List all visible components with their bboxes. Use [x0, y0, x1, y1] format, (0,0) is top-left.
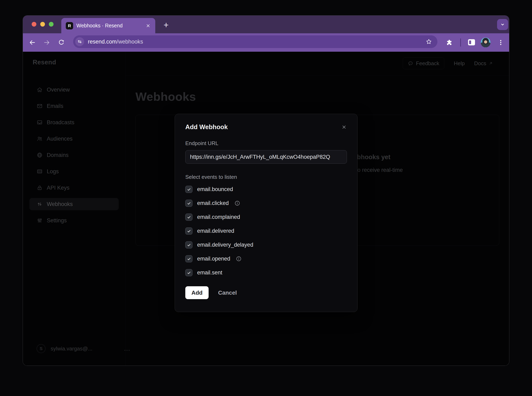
check-icon	[187, 243, 191, 247]
event-row: email.delivery_delayed	[185, 241, 347, 249]
browser-menu-icon[interactable]	[497, 39, 504, 46]
page-content: Resend OverviewEmailsBroadcastsAudiences…	[23, 52, 509, 366]
event-row: email.clicked	[185, 199, 347, 207]
tab-search-button[interactable]	[497, 19, 508, 30]
tune-icon	[77, 39, 82, 45]
event-checkbox[interactable]	[185, 241, 192, 249]
browser-tab[interactable]: R Webhooks · Resend	[61, 18, 155, 33]
info-icon[interactable]	[236, 256, 242, 262]
tab-strip: R Webhooks · Resend +	[23, 16, 509, 33]
check-icon	[187, 257, 191, 261]
add-button[interactable]: Add	[185, 286, 208, 299]
event-checkbox[interactable]	[185, 269, 192, 276]
tab-title: Webhooks · Resend	[76, 23, 142, 29]
endpoint-url-input[interactable]	[185, 150, 347, 164]
event-checkbox[interactable]	[185, 200, 192, 207]
browser-toolbar: resend.com/webhooks	[23, 33, 509, 52]
side-panel-icon[interactable]	[468, 39, 475, 45]
check-icon	[187, 271, 191, 275]
forward-icon[interactable]	[43, 39, 50, 46]
modal-title: Add Webhook	[185, 123, 228, 131]
cancel-button[interactable]: Cancel	[218, 290, 237, 296]
address-bar[interactable]: resend.com/webhooks	[73, 35, 437, 48]
toolbar-divider	[460, 38, 461, 47]
check-icon	[187, 187, 191, 192]
url-path: /webhooks	[117, 39, 143, 45]
back-icon[interactable]	[29, 39, 36, 46]
event-row: email.delivered	[185, 227, 347, 235]
minimize-window-button[interactable]	[40, 22, 45, 27]
zoom-window-button[interactable]	[49, 22, 53, 27]
browser-window: R Webhooks · Resend + resend.com/webhook…	[23, 15, 509, 366]
event-label: email.opened	[197, 256, 230, 262]
select-events-label: Select events to listen	[185, 174, 347, 180]
event-label: email.delivered	[197, 228, 234, 234]
check-icon	[187, 229, 191, 233]
event-label: email.bounced	[197, 186, 233, 192]
tab-favicon: R	[66, 22, 73, 29]
event-checkbox[interactable]	[185, 255, 192, 262]
check-icon	[187, 201, 191, 206]
check-icon	[187, 215, 191, 220]
close-window-button[interactable]	[32, 22, 36, 27]
chevron-down-icon	[499, 22, 506, 28]
events-list: email.bouncedemail.clickedemail.complain…	[185, 186, 347, 276]
event-label: email.complained	[197, 214, 240, 220]
url-text: resend.com/webhooks	[88, 39, 143, 45]
add-webhook-modal: Add Webhook Endpoint URL Select events t…	[175, 114, 358, 312]
event-row: email.sent	[185, 269, 347, 276]
event-checkbox[interactable]	[185, 227, 192, 235]
window-controls	[32, 22, 53, 27]
new-tab-button[interactable]: +	[161, 20, 171, 30]
event-checkbox[interactable]	[185, 214, 192, 221]
modal-header: Add Webhook	[185, 123, 347, 131]
close-icon[interactable]	[341, 124, 347, 130]
site-settings-button[interactable]	[75, 37, 84, 46]
event-row: email.bounced	[185, 186, 347, 193]
event-row: email.complained	[185, 213, 347, 221]
tab-close-icon[interactable]	[145, 23, 151, 28]
event-label: email.delivery_delayed	[197, 242, 253, 248]
modal-footer: Add Cancel	[185, 286, 347, 299]
url-host: resend.com	[88, 39, 117, 45]
info-icon[interactable]	[234, 200, 240, 206]
event-label: email.clicked	[197, 200, 229, 206]
event-label: email.sent	[197, 269, 222, 276]
event-row: email.opened	[185, 255, 347, 262]
endpoint-url-label: Endpoint URL	[185, 140, 347, 146]
reload-icon[interactable]	[58, 39, 65, 46]
extensions-puzzle-icon[interactable]	[446, 39, 452, 46]
event-checkbox[interactable]	[185, 186, 192, 193]
profile-avatar[interactable]	[481, 38, 491, 47]
bookmark-star-icon[interactable]	[426, 38, 432, 45]
desktop-background: R Webhooks · Resend + resend.com/webhook…	[0, 0, 532, 396]
